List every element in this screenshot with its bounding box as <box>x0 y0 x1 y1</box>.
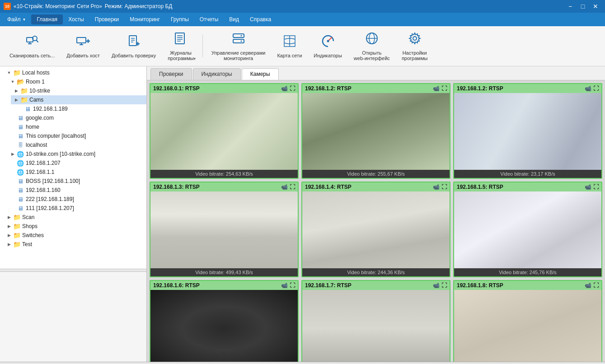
camera-cell-cam5[interactable]: 192.168.1.4: RTSP 📹 ⛶ Video bitrate: 244… <box>301 182 450 277</box>
settings-button[interactable]: Настройкипрограммы <box>397 29 432 63</box>
expand-switches[interactable]: ▶ <box>5 233 13 238</box>
menu-view[interactable]: Вид <box>224 14 244 24</box>
camera-record-icon-cam6[interactable]: 📹 <box>585 184 591 190</box>
tree-item-room1[interactable]: ▼ 📂 Room 1 <box>7 77 146 86</box>
camera-record-icon-cam7[interactable]: 📹 <box>281 282 288 289</box>
close-button[interactable]: ✕ <box>590 2 601 11</box>
camera-record-icon-cam1[interactable]: 📹 <box>281 85 288 92</box>
camera-record-icon-cam9[interactable]: 📹 <box>585 282 591 289</box>
camera-cell-cam3[interactable]: 192.168.1.2: RTSP 📹 ⛶ Video bitrate: 23,… <box>453 83 602 179</box>
manage-servers-button[interactable]: Управление серверамимониторинга <box>206 29 271 63</box>
camera-record-icon-cam4[interactable]: 📹 <box>281 184 288 190</box>
tab-indicators[interactable]: Индикаторы <box>193 68 241 80</box>
camera-cell-cam6[interactable]: 192.168.1.5: RTSP 📹 ⛶ Video bitrate: 245… <box>453 182 602 277</box>
camera-cell-cam7[interactable]: 192.168.1.6: RTSP 📹 ⛶ Video bitrate: 233… <box>150 280 299 362</box>
network-map-icon <box>282 34 297 51</box>
camera-cell-cam2[interactable]: 192.168.1.2: RTSP 📹 ⛶ Video bitrate: 255… <box>301 83 450 179</box>
camera-title-cam7: 192.168.1.6: RTSP <box>153 282 200 289</box>
web-interface-button[interactable]: Открытьweb-интерфейс <box>349 29 395 63</box>
camera-header-cam5: 192.168.1.4: RTSP 📹 ⛶ <box>302 182 450 191</box>
menu-help[interactable]: Справка <box>244 14 277 24</box>
camera-header-icons-cam7: 📹 ⛶ <box>281 282 295 289</box>
menu-file[interactable]: Файл ▼ <box>2 14 31 24</box>
camera-expand-icon-cam4[interactable]: ⛶ <box>290 184 295 190</box>
expand-10strike-com[interactable]: ▶ <box>9 152 16 156</box>
tree-label-cams: Cams <box>29 97 43 103</box>
tree-item-10strike[interactable]: ▶ 📁 10-strike <box>11 86 146 95</box>
computer-icon-222: 🖥 <box>16 196 24 203</box>
tree-item-shops[interactable]: ▶ 📁 Shops <box>4 222 146 231</box>
camera-header-cam6: 192.168.1.5: RTSP 📹 ⛶ <box>454 182 601 191</box>
bottom-left-panel <box>0 271 146 362</box>
tree-item-test[interactable]: ▶ 📁 Test <box>4 240 146 249</box>
tree-item-host207[interactable]: 🌐 192.168.1.207 <box>7 159 146 168</box>
folder-scan-icon: 📁 <box>13 214 21 221</box>
camera-record-icon-cam3[interactable]: 📹 <box>585 85 591 92</box>
tree-item-boss[interactable]: 🖥 BOSS [192.168.1.100] <box>7 177 146 186</box>
expand-scan[interactable]: ▶ <box>5 215 13 219</box>
camera-title-cam2: 192.168.1.2: RTSP <box>305 85 352 92</box>
camera-cell-cam4[interactable]: 192.168.1.3: RTSP 📹 ⛶ Video bitrate: 499… <box>150 182 299 277</box>
minimize-button[interactable]: − <box>564 2 576 11</box>
camera-expand-icon-cam3[interactable]: ⛶ <box>593 85 599 92</box>
tree-item-google[interactable]: 🖥 google.com <box>7 113 146 122</box>
expand-shops[interactable]: ▶ <box>5 224 13 229</box>
expand-local-hosts[interactable]: ▼ <box>5 70 13 75</box>
camera-expand-icon-cam5[interactable]: ⛶ <box>441 184 447 190</box>
app-icon: 10 <box>4 3 11 10</box>
camera-expand-icon-cam2[interactable]: ⛶ <box>441 85 447 92</box>
computer-icon-home: 🖥 <box>16 123 24 131</box>
tab-cameras[interactable]: Камеры <box>242 68 279 80</box>
tab-checks[interactable]: Проверки <box>150 68 192 80</box>
expand-10strike[interactable]: ▶ <box>13 89 20 93</box>
add-check-label: Добавить проверку <box>112 53 156 58</box>
folder-shops-icon: 📁 <box>13 223 21 230</box>
camera-cell-cam8[interactable]: 192.168.1.7: RTSP 📹 ⛶ Video bitrate: 258… <box>301 280 450 362</box>
menu-bar: Файл ▼ Главная Хосты Проверки Мониторинг… <box>0 13 605 26</box>
camera-cell-cam9[interactable]: 192.168.1.8: RTSP 📹 ⛶ Video bitrate: 256… <box>453 280 602 362</box>
camera-expand-icon-cam9[interactable]: ⛶ <box>593 282 599 289</box>
logs-button[interactable]: Журналыпрограммы ▼ <box>163 29 198 63</box>
tree-item-host1[interactable]: 🌐 192.168.1.1 <box>7 168 146 177</box>
camera-record-icon-cam2[interactable]: 📹 <box>433 85 440 92</box>
camera-expand-icon-cam6[interactable]: ⛶ <box>593 184 599 190</box>
add-host-button[interactable]: Добавить хост <box>61 32 105 61</box>
menu-reports[interactable]: Отчеты <box>194 14 224 24</box>
menu-hosts[interactable]: Хосты <box>63 14 89 24</box>
tree-item-switches[interactable]: ▶ 📁 Switches <box>4 231 146 240</box>
tree-item-this-computer[interactable]: 🖥 This computer [localhost] <box>7 131 146 140</box>
camera-record-icon-cam5[interactable]: 📹 <box>433 184 440 190</box>
camera-expand-icon-cam1[interactable]: ⛶ <box>290 85 295 92</box>
tree-item-10strike-com[interactable]: ▶ 🌐 10-strike.com [10-strike.com] <box>7 149 146 159</box>
camera-expand-icon-cam8[interactable]: ⛶ <box>441 282 447 289</box>
tree-item-host189[interactable]: 🖥 192.168.1.189 <box>14 104 146 113</box>
camera-expand-icon-cam7[interactable]: ⛶ <box>290 282 295 289</box>
camera-record-icon-cam8[interactable]: 📹 <box>433 282 440 289</box>
camera-cell-cam1[interactable]: 192.168.0.1: RTSP 📹 ⛶ Video bitrate: 254… <box>150 83 299 179</box>
svg-point-24 <box>240 41 242 42</box>
tree-item-scan[interactable]: ▶ 📁 Scan <box>4 213 146 222</box>
menu-monitoring[interactable]: Мониторинг <box>124 14 165 24</box>
add-check-button[interactable]: Добавить проверку <box>107 32 161 61</box>
camera-footer-cam2: Video bitrate: 255,67 KB/s <box>302 170 450 178</box>
tree-item-host160[interactable]: 🖥 192.168.1.160 <box>7 186 146 195</box>
scan-network-button[interactable]: Сканировать сеть... <box>5 32 60 61</box>
expand-cams[interactable]: ▶ <box>13 98 20 102</box>
tree-item-home[interactable]: 🖥 home <box>7 122 146 131</box>
tree-item-localhost[interactable]: 🗄 localhost <box>7 140 146 149</box>
svg-rect-22 <box>233 39 244 43</box>
expand-test[interactable]: ▶ <box>5 242 13 247</box>
menu-checks[interactable]: Проверки <box>89 14 125 24</box>
network-map-button[interactable]: Карта сети <box>272 32 307 61</box>
expand-room1[interactable]: ▼ <box>9 79 16 84</box>
indicators-button[interactable]: Индикаторы <box>309 32 347 61</box>
tree-item-cams[interactable]: ▶ 📁 Cams <box>11 95 146 104</box>
tree-item-local-hosts[interactable]: ▼ 📁 Local hosts <box>4 68 146 77</box>
camera-title-cam1: 192.168.0.1: RTSP <box>153 85 200 92</box>
tree-item-host111[interactable]: 🖥 111 [192.168.1.207] <box>7 204 146 213</box>
tree-item-host222[interactable]: 🖥 222 [192.168.1.189] <box>7 195 146 204</box>
menu-groups[interactable]: Группы <box>165 14 194 24</box>
camera-grid-container: 192.168.0.1: RTSP 📹 ⛶ Video bitrate: 254… <box>147 80 605 362</box>
maximize-button[interactable]: □ <box>577 2 589 11</box>
menu-main[interactable]: Главная <box>31 14 63 24</box>
